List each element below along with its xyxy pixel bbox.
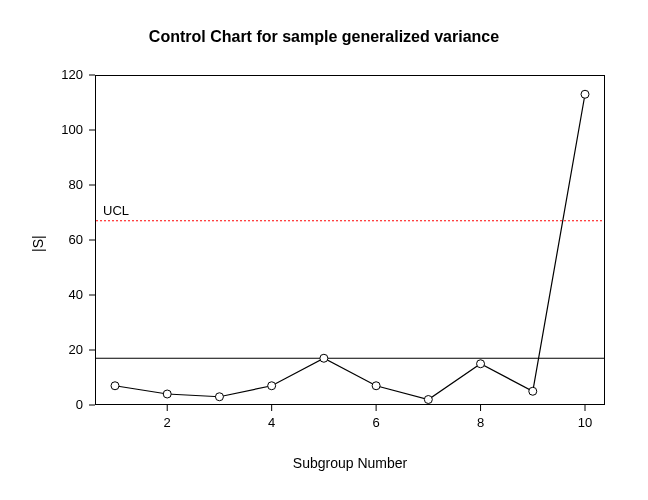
data-point <box>581 90 589 98</box>
y-tick-label: 100 <box>61 122 83 137</box>
data-point <box>477 360 485 368</box>
y-tick-label: 60 <box>69 232 83 247</box>
x-tick-label: 6 <box>366 415 386 430</box>
x-tick-label: 2 <box>157 415 177 430</box>
data-point <box>529 387 537 395</box>
x-tick-label: 10 <box>575 415 595 430</box>
chart-container: Control Chart for sample generalized var… <box>0 0 648 500</box>
x-tick-label: 8 <box>471 415 491 430</box>
ucl-label: UCL <box>103 203 129 218</box>
data-point <box>268 382 276 390</box>
y-tick-label: 40 <box>69 287 83 302</box>
y-tick-label: 80 <box>69 177 83 192</box>
y-tick-label: 0 <box>76 397 83 412</box>
data-point <box>424 396 432 404</box>
data-point <box>215 393 223 401</box>
x-tick-label: 4 <box>262 415 282 430</box>
y-tick-label: 120 <box>61 67 83 82</box>
chart-svg <box>0 0 648 500</box>
data-point <box>372 382 380 390</box>
data-line <box>115 94 585 399</box>
data-point <box>320 354 328 362</box>
y-tick-label: 20 <box>69 342 83 357</box>
data-point <box>163 390 171 398</box>
data-point <box>111 382 119 390</box>
